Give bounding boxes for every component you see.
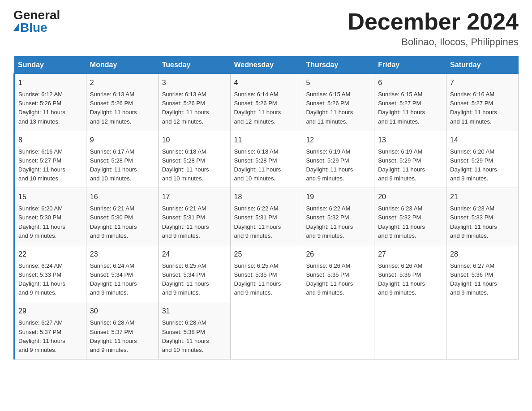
table-row: 29Sunrise: 6:27 AMSunset: 5:37 PMDayligh… xyxy=(14,302,86,360)
calendar-header: Sunday Monday Tuesday Wednesday Thursday… xyxy=(14,56,519,74)
table-row: 25Sunrise: 6:25 AMSunset: 5:35 PMDayligh… xyxy=(230,245,302,302)
month-year-title: December 2024 xyxy=(348,9,519,34)
calendar-week-row: 15Sunrise: 6:20 AMSunset: 5:30 PMDayligh… xyxy=(14,188,519,245)
day-info: Sunrise: 6:19 AMSunset: 5:29 PMDaylight:… xyxy=(378,147,442,184)
day-number: 22 xyxy=(18,249,82,260)
day-number: 21 xyxy=(450,192,515,202)
table-row xyxy=(302,302,374,360)
table-row: 6Sunrise: 6:15 AMSunset: 5:27 PMDaylight… xyxy=(374,74,446,131)
calendar-body: 1Sunrise: 6:12 AMSunset: 5:26 PMDaylight… xyxy=(14,74,519,360)
col-wednesday: Wednesday xyxy=(230,56,302,74)
day-info: Sunrise: 6:21 AMSunset: 5:31 PMDaylight:… xyxy=(162,204,227,240)
table-row: 2Sunrise: 6:13 AMSunset: 5:26 PMDaylight… xyxy=(86,74,158,131)
table-row: 11Sunrise: 6:18 AMSunset: 5:28 PMDayligh… xyxy=(230,131,302,188)
table-row: 7Sunrise: 6:16 AMSunset: 5:27 PMDaylight… xyxy=(446,74,519,131)
table-row: 24Sunrise: 6:25 AMSunset: 5:34 PMDayligh… xyxy=(158,245,230,302)
table-row: 19Sunrise: 6:22 AMSunset: 5:32 PMDayligh… xyxy=(302,188,374,245)
day-info: Sunrise: 6:23 AMSunset: 5:32 PMDaylight:… xyxy=(378,204,442,240)
day-number: 19 xyxy=(306,192,370,202)
calendar-week-row: 22Sunrise: 6:24 AMSunset: 5:33 PMDayligh… xyxy=(14,245,519,302)
col-thursday: Thursday xyxy=(302,56,374,74)
day-info: Sunrise: 6:28 AMSunset: 5:38 PMDaylight:… xyxy=(162,318,227,355)
day-number: 5 xyxy=(306,77,370,88)
day-info: Sunrise: 6:19 AMSunset: 5:29 PMDaylight:… xyxy=(306,147,370,184)
table-row xyxy=(446,302,519,360)
table-row: 1Sunrise: 6:12 AMSunset: 5:26 PMDaylight… xyxy=(14,74,86,131)
day-info: Sunrise: 6:21 AMSunset: 5:30 PMDaylight:… xyxy=(90,204,154,240)
day-number: 16 xyxy=(90,192,154,202)
day-info: Sunrise: 6:22 AMSunset: 5:31 PMDaylight:… xyxy=(234,204,299,240)
calendar-table: Sunday Monday Tuesday Wednesday Thursday… xyxy=(13,56,519,360)
day-number: 4 xyxy=(234,77,299,88)
day-info: Sunrise: 6:28 AMSunset: 5:37 PMDaylight:… xyxy=(90,318,154,355)
day-number: 17 xyxy=(162,192,227,202)
table-row: 9Sunrise: 6:17 AMSunset: 5:28 PMDaylight… xyxy=(86,131,158,188)
day-number: 28 xyxy=(450,249,515,260)
location-subtitle: Bolinao, Ilocos, Philippines xyxy=(348,36,519,48)
calendar-week-row: 1Sunrise: 6:12 AMSunset: 5:26 PMDaylight… xyxy=(14,74,519,131)
day-info: Sunrise: 6:20 AMSunset: 5:29 PMDaylight:… xyxy=(450,147,515,184)
table-row: 4Sunrise: 6:14 AMSunset: 5:26 PMDaylight… xyxy=(230,74,302,131)
day-info: Sunrise: 6:27 AMSunset: 5:37 PMDaylight:… xyxy=(18,318,82,355)
day-number: 31 xyxy=(162,306,227,317)
day-info: Sunrise: 6:18 AMSunset: 5:28 PMDaylight:… xyxy=(162,147,227,184)
day-number: 9 xyxy=(90,135,154,146)
logo: General Blue xyxy=(13,9,60,34)
day-info: Sunrise: 6:17 AMSunset: 5:28 PMDaylight:… xyxy=(90,147,154,184)
table-row: 31Sunrise: 6:28 AMSunset: 5:38 PMDayligh… xyxy=(158,302,230,360)
day-info: Sunrise: 6:18 AMSunset: 5:28 PMDaylight:… xyxy=(234,147,299,184)
table-row: 20Sunrise: 6:23 AMSunset: 5:32 PMDayligh… xyxy=(374,188,446,245)
day-number: 15 xyxy=(18,192,82,202)
table-row: 13Sunrise: 6:19 AMSunset: 5:29 PMDayligh… xyxy=(374,131,446,188)
table-row: 30Sunrise: 6:28 AMSunset: 5:37 PMDayligh… xyxy=(86,302,158,360)
logo-general-text: General xyxy=(13,9,60,21)
day-number: 8 xyxy=(18,135,82,146)
col-monday: Monday xyxy=(86,56,158,74)
col-saturday: Saturday xyxy=(446,56,519,74)
day-number: 25 xyxy=(234,249,299,260)
table-row: 17Sunrise: 6:21 AMSunset: 5:31 PMDayligh… xyxy=(158,188,230,245)
day-info: Sunrise: 6:16 AMSunset: 5:27 PMDaylight:… xyxy=(18,147,82,184)
col-tuesday: Tuesday xyxy=(158,56,230,74)
table-row: 8Sunrise: 6:16 AMSunset: 5:27 PMDaylight… xyxy=(14,131,86,188)
day-number: 18 xyxy=(234,192,299,202)
table-row: 27Sunrise: 6:26 AMSunset: 5:36 PMDayligh… xyxy=(374,245,446,302)
table-row: 22Sunrise: 6:24 AMSunset: 5:33 PMDayligh… xyxy=(14,245,86,302)
page-header: General Blue December 2024 Bolinao, Iloc… xyxy=(13,9,519,48)
day-number: 11 xyxy=(234,135,299,146)
day-number: 26 xyxy=(306,249,370,260)
table-row xyxy=(230,302,302,360)
day-number: 13 xyxy=(378,135,442,146)
table-row: 5Sunrise: 6:15 AMSunset: 5:26 PMDaylight… xyxy=(302,74,374,131)
day-number: 1 xyxy=(18,77,82,88)
day-info: Sunrise: 6:26 AMSunset: 5:35 PMDaylight:… xyxy=(306,261,370,298)
day-number: 2 xyxy=(90,77,154,88)
table-row: 23Sunrise: 6:24 AMSunset: 5:34 PMDayligh… xyxy=(86,245,158,302)
day-info: Sunrise: 6:16 AMSunset: 5:27 PMDaylight:… xyxy=(450,90,515,126)
day-info: Sunrise: 6:26 AMSunset: 5:36 PMDaylight:… xyxy=(378,261,442,298)
day-info: Sunrise: 6:24 AMSunset: 5:33 PMDaylight:… xyxy=(18,261,82,298)
day-number: 24 xyxy=(162,249,227,260)
header-row: Sunday Monday Tuesday Wednesday Thursday… xyxy=(14,56,519,74)
day-info: Sunrise: 6:15 AMSunset: 5:26 PMDaylight:… xyxy=(306,90,370,126)
day-info: Sunrise: 6:15 AMSunset: 5:27 PMDaylight:… xyxy=(378,90,442,126)
table-row: 14Sunrise: 6:20 AMSunset: 5:29 PMDayligh… xyxy=(446,131,519,188)
title-section: December 2024 Bolinao, Ilocos, Philippin… xyxy=(348,9,519,48)
table-row xyxy=(374,302,446,360)
day-info: Sunrise: 6:27 AMSunset: 5:36 PMDaylight:… xyxy=(450,261,515,298)
logo-triangle-icon xyxy=(13,23,19,31)
table-row: 26Sunrise: 6:26 AMSunset: 5:35 PMDayligh… xyxy=(302,245,374,302)
day-info: Sunrise: 6:25 AMSunset: 5:34 PMDaylight:… xyxy=(162,261,227,298)
table-row: 21Sunrise: 6:23 AMSunset: 5:33 PMDayligh… xyxy=(446,188,519,245)
table-row: 28Sunrise: 6:27 AMSunset: 5:36 PMDayligh… xyxy=(446,245,519,302)
table-row: 18Sunrise: 6:22 AMSunset: 5:31 PMDayligh… xyxy=(230,188,302,245)
day-number: 29 xyxy=(18,306,82,317)
table-row: 10Sunrise: 6:18 AMSunset: 5:28 PMDayligh… xyxy=(158,131,230,188)
day-info: Sunrise: 6:14 AMSunset: 5:26 PMDaylight:… xyxy=(234,90,299,126)
day-info: Sunrise: 6:13 AMSunset: 5:26 PMDaylight:… xyxy=(90,90,154,126)
logo-blue-text: Blue xyxy=(13,21,47,34)
day-number: 30 xyxy=(90,306,154,317)
table-row: 12Sunrise: 6:19 AMSunset: 5:29 PMDayligh… xyxy=(302,131,374,188)
day-number: 7 xyxy=(450,77,515,88)
day-number: 23 xyxy=(90,249,154,260)
